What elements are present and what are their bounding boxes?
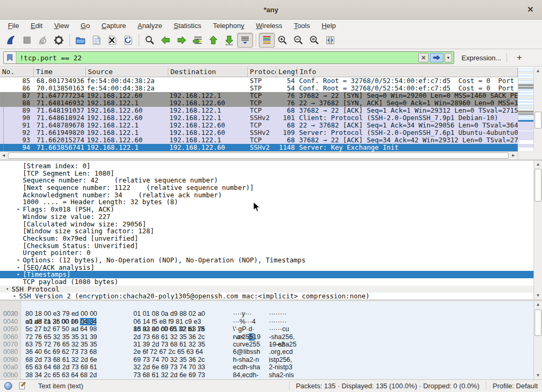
scroll-thumb[interactable] (535, 169, 541, 202)
open-file-button[interactable] (73, 33, 88, 48)
detail-line[interactable]: [Next sequence number: 1122 (relative se… (0, 184, 542, 192)
scroll-down-arrow[interactable]: ▼ (534, 372, 542, 379)
go-back-button[interactable] (158, 33, 174, 48)
detail-line-timestamps-selected[interactable]: ▸[Timestamps] (0, 271, 542, 278)
detail-line[interactable]: Sequence number: 42 (relative sequence n… (0, 177, 542, 184)
detail-line[interactable]: Window size value: 227 (0, 213, 542, 221)
hex-row[interactable]: 006072 76 65 32 35 35 31 392d 73 68 61 3… (0, 333, 542, 341)
filter-history-dropdown[interactable]: ▼ (445, 53, 452, 62)
expand-arrow-icon[interactable] (14, 198, 23, 206)
expand-arrow-icon[interactable] (14, 278, 23, 286)
hex-row[interactable]: 0020 c0 a8 7a 3c 00 16 93 32 85 a3 ac c0… (0, 303, 542, 310)
menu-tools[interactable]: Tools (288, 21, 315, 31)
packet-row-90[interactable]: 9071.648618924192.168.122.60192.168.122.… (0, 114, 518, 122)
add-filter-button[interactable]: + (512, 52, 526, 63)
scroll-thumb[interactable] (535, 309, 541, 336)
auto-scroll-toggle[interactable] (237, 33, 253, 48)
stop-capture-button[interactable] (19, 33, 35, 48)
scroll-up-arrow[interactable]: ▲ (534, 301, 542, 308)
scroll-right-arrow[interactable]: ▶ (510, 152, 517, 159)
filter-apply-button[interactable] (430, 53, 444, 62)
titlebar[interactable]: *any ✕ (0, 0, 542, 20)
detail-line[interactable]: Urgent pointer: 0 (0, 249, 542, 257)
expand-arrow-icon[interactable] (14, 213, 23, 221)
packet-row-89[interactable]: 8971.648191037192.168.122.60192.168.122.… (0, 107, 518, 114)
detail-line-ssh-protocol[interactable]: ▾SSH Protocol (0, 286, 542, 293)
start-capture-button[interactable] (3, 33, 19, 48)
hex-row[interactable]: 0040a1 dd c1 25 00 00 04 3406 14 f5 e8 f… (0, 318, 542, 325)
detail-line-ssh-version[interactable]: ▸SSH Version 2 (encryption:chacha20-poly… (0, 293, 542, 299)
expand-arrow-icon[interactable]: ▸ (14, 206, 23, 213)
resize-columns-button[interactable] (322, 33, 338, 48)
profile-text[interactable]: Profile: Default (493, 382, 538, 390)
packet-row-88[interactable]: 8871.648146932192.168.122.1192.168.122.6… (0, 99, 518, 107)
capture-options-button[interactable] (51, 33, 67, 48)
detail-line[interactable]: Acknowledgment number: 34 (relative ack … (0, 192, 542, 199)
packet-row-92[interactable]: 9271.661949820192.168.122.1192.168.122.6… (0, 129, 518, 136)
display-filter-field[interactable]: !tcp.port == 22 ✕ ▼ (3, 51, 454, 64)
menu-file[interactable]: File (2, 21, 25, 31)
capture-comment-icon[interactable] (19, 382, 26, 390)
expression-button[interactable]: Expression... (462, 54, 501, 62)
detail-line[interactable]: Checksum: 0x79ed [unverified] (0, 235, 542, 242)
hex-row[interactable]: 009068 2d 73 68 61 32 2d 6e69 73 74 70 3… (0, 356, 542, 363)
detail-line[interactable]: [Checksum Status: Unverified] (0, 242, 542, 250)
zoom-in-button[interactable] (275, 33, 291, 48)
hex-row[interactable]: 007063 75 72 76 65 32 35 3531 39 2d 73 6… (0, 341, 542, 348)
expand-arrow-icon[interactable] (14, 221, 23, 228)
menu-wireless[interactable]: Wireless (250, 21, 288, 31)
packet-row-87[interactable]: 8771.647777234192.168.122.60192.168.122.… (0, 92, 518, 99)
expand-arrow-icon[interactable]: ▾ (3, 286, 12, 293)
detail-line[interactable]: [Stream index: 0] (0, 162, 542, 170)
zoom-out-button[interactable] (291, 33, 306, 48)
detail-line[interactable]: TCP payload (1080 bytes) (0, 278, 542, 286)
restart-capture-button[interactable] (35, 33, 51, 48)
packet-row-91[interactable]: 9171.648789678192.168.122.1192.168.122.6… (0, 122, 518, 129)
menu-go[interactable]: Go (75, 21, 95, 31)
hex-row[interactable]: 008036 40 6c 69 62 73 73 682e 6f 72 67 2… (0, 348, 542, 355)
packet-row-93[interactable]: 9371.662015274192.168.122.60192.168.122.… (0, 136, 518, 144)
menu-help[interactable]: Help (316, 21, 342, 31)
detail-line-seq-ack[interactable]: ▸[SEQ/ACK analysis] (0, 264, 542, 271)
scroll-thumb[interactable] (535, 112, 541, 129)
zoom-normal-button[interactable] (306, 33, 322, 48)
col-header-info[interactable]: Info (297, 67, 518, 77)
detail-line[interactable]: [Window size scaling factor: 128] (0, 227, 542, 235)
expand-arrow-icon[interactable] (14, 177, 23, 184)
expand-arrow-icon[interactable] (14, 242, 23, 250)
menu-statistics[interactable]: Statistics (168, 21, 207, 31)
col-header-length[interactable]: Length (276, 67, 297, 77)
filter-bookmark-button[interactable] (4, 52, 16, 63)
go-to-packet-button[interactable] (189, 33, 205, 48)
detail-line[interactable]: 1000 .... = Header Length: 32 bytes (8) (0, 198, 542, 206)
packet-list-hscrollbar[interactable]: ◀ ▶ (0, 151, 518, 159)
expand-arrow-icon[interactable] (14, 184, 23, 192)
find-packet-button[interactable] (142, 33, 158, 48)
expand-arrow-icon[interactable]: ▸ (14, 264, 23, 271)
filter-clear-button[interactable]: ✕ (418, 53, 429, 62)
menu-view[interactable]: View (48, 21, 75, 31)
expand-arrow-icon[interactable] (14, 192, 23, 199)
menu-edit[interactable]: Edit (25, 21, 48, 31)
expand-arrow-icon[interactable] (14, 235, 23, 242)
hex-row[interactable]: 00505c 27 b2 67 50 ad 64 981d 92 00 00 0… (0, 325, 542, 333)
col-header-destination[interactable]: Destination (168, 67, 248, 77)
expand-arrow-icon[interactable]: ▸ (11, 293, 19, 299)
expand-arrow-icon[interactable] (14, 162, 23, 170)
packet-list-vscrollbar[interactable]: ▲ ▼ (534, 67, 542, 159)
hex-row[interactable]: 00a065 63 64 68 2d 73 68 6132 2d 6e 69 7… (0, 363, 542, 371)
detail-line[interactable]: [TCP Segment Len: 1080] (0, 170, 542, 177)
scroll-left-arrow[interactable]: ◀ (0, 152, 7, 159)
close-window-button[interactable]: ✕ (525, 4, 536, 15)
packet-row-86[interactable]: 8670.013850163fe:54:00:d4:38:2aSTP54Conf… (0, 85, 518, 92)
save-file-button[interactable]: 010101100011 (88, 33, 104, 48)
detail-line[interactable]: [Calculated window size: 29056] (0, 221, 542, 228)
scroll-up-arrow[interactable]: ▲ (534, 161, 542, 168)
menu-telephony[interactable]: Telephony (207, 21, 250, 31)
packet-row-85[interactable]: 8568.001734936fe:54:00:d4:38:2aSTP54Conf… (0, 77, 518, 85)
go-to-top-button[interactable] (205, 33, 221, 48)
go-to-bottom-button[interactable] (221, 33, 237, 48)
packet-row-94-selected[interactable]: 9471.663856741192.168.122.1192.168.122.6… (0, 144, 518, 151)
col-header-time[interactable]: Time (34, 67, 86, 77)
scroll-thumb[interactable] (8, 152, 509, 159)
